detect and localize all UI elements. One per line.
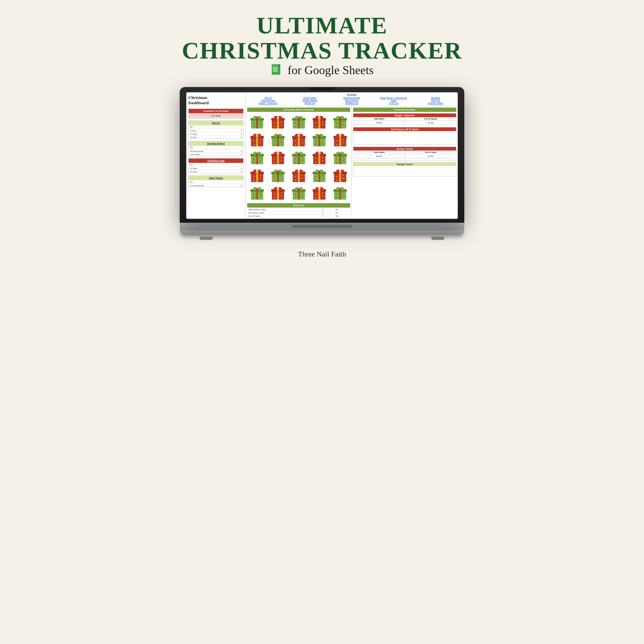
svg-rect-297 xyxy=(339,191,341,200)
svg-point-268 xyxy=(281,196,282,197)
svg-text:7: 7 xyxy=(277,133,279,135)
section-link-giftsreceived[interactable]: Gifts Received xyxy=(248,99,288,102)
svg-rect-21 xyxy=(277,120,279,129)
svg-point-29 xyxy=(274,126,275,127)
svg-point-292 xyxy=(322,196,324,197)
section-link-ordertracker[interactable]: Order Tracker xyxy=(290,97,330,99)
svg-point-291 xyxy=(315,194,317,195)
svg-point-66 xyxy=(343,121,344,122)
svg-point-303 xyxy=(336,194,338,195)
svg-rect-177 xyxy=(339,156,341,164)
svg-point-150 xyxy=(281,157,282,158)
svg-point-221 xyxy=(295,179,296,181)
svg-rect-201 xyxy=(277,173,279,182)
budget-widget: Budget + Expenses Total Spent Left To Sp… xyxy=(353,113,456,125)
section-link-wishlist[interactable]: Wish List xyxy=(415,99,456,102)
svg-point-304 xyxy=(343,196,344,197)
svg-rect-57 xyxy=(339,120,341,129)
laptop-container: Sections Gift List Order Tracker Monthly… xyxy=(180,87,464,240)
section-link-giftlist[interactable]: Gift List xyxy=(248,97,288,99)
svg-point-220 xyxy=(301,178,303,179)
svg-rect-189 xyxy=(256,173,258,182)
svg-rect-81 xyxy=(277,138,279,146)
svg-text:3: 3 xyxy=(298,115,299,117)
gift-list-percent: 0% xyxy=(189,125,243,129)
svg-rect-165 xyxy=(319,156,321,164)
savings-tracker-2-header: Savings Tracker xyxy=(353,162,456,166)
svg-point-245 xyxy=(336,179,338,181)
advent-day-12: 12 xyxy=(268,149,288,166)
section-link-savingstracker[interactable]: Savings Tracker xyxy=(415,102,456,104)
svg-text:13: 13 xyxy=(298,151,300,153)
advent-day-11: 11 xyxy=(247,149,267,166)
svg-point-18 xyxy=(260,121,261,122)
svg-text:10: 10 xyxy=(339,133,342,135)
svg-point-197 xyxy=(253,179,254,181)
svg-point-161 xyxy=(295,162,296,163)
svg-point-246 xyxy=(343,175,344,176)
google-sheets-icon xyxy=(270,64,284,77)
section-link-todolist[interactable]: To Do List xyxy=(373,102,414,104)
svg-point-53 xyxy=(315,126,317,127)
section-link-cards[interactable]: Cards xyxy=(373,99,414,102)
svg-point-90 xyxy=(281,139,282,140)
svg-text:15: 15 xyxy=(339,151,342,153)
svg-text:8: 8 xyxy=(298,133,299,135)
svg-text:12: 12 xyxy=(277,151,279,153)
svg-point-255 xyxy=(253,194,254,195)
left-to-save-value: $ 0.00 xyxy=(405,154,456,158)
todo-week: Week Before Tasks00% xyxy=(247,207,350,211)
svg-point-282 xyxy=(301,192,303,194)
svg-rect-153 xyxy=(298,156,300,164)
sections-bar: Sections Gift List Order Tracker Monthly… xyxy=(246,92,458,106)
svg-point-16 xyxy=(260,124,261,125)
svg-rect-117 xyxy=(339,138,341,146)
laptop-notch xyxy=(309,87,335,90)
section-link-bucketlist[interactable]: Bucket List xyxy=(290,102,330,104)
section-link-weeklyplanner[interactable]: Weekly Planner xyxy=(290,99,330,102)
svg-text:9: 9 xyxy=(319,133,320,135)
svg-point-257 xyxy=(253,197,254,199)
svg-point-234 xyxy=(322,175,324,176)
subtitle-row: for Google Sheets xyxy=(270,63,374,77)
section-link-monthlycal[interactable]: Monthly Calendar xyxy=(332,97,372,99)
section-link-mealplanner[interactable]: Meal Planner + Grocery List xyxy=(373,97,414,99)
svg-point-76 xyxy=(260,142,261,143)
laptop-foot-left xyxy=(200,237,213,240)
middle-col: Christmas Advent Calendar xyxy=(246,106,352,219)
svg-point-196 xyxy=(260,178,261,179)
advent-day-19: 19 xyxy=(309,167,329,184)
svg-point-39 xyxy=(295,122,296,124)
subtitle-text: for Google Sheets xyxy=(288,63,374,77)
svg-text:19: 19 xyxy=(318,169,321,171)
svg-point-270 xyxy=(281,192,282,194)
stocking-header: Stocking Stuffers xyxy=(189,141,243,146)
section-link-budget[interactable]: Budget + Expenses xyxy=(248,102,288,104)
svg-point-159 xyxy=(295,158,296,160)
svg-point-183 xyxy=(336,158,338,160)
advent-day-16: 16 xyxy=(247,167,267,184)
section-link-stockings[interactable]: Stockings xyxy=(415,97,456,99)
svg-point-64 xyxy=(343,124,344,125)
advent-day-1: 1 xyxy=(247,113,267,130)
advent-header: Christmas Advent Calendar xyxy=(247,108,350,112)
laptop-body: Sections Gift List Order Tracker Monthly… xyxy=(180,87,464,223)
dashboard-title: ChristmasDashboard xyxy=(188,95,244,105)
svg-point-306 xyxy=(343,192,344,194)
order-header: Order Tracker xyxy=(189,176,243,180)
svg-point-171 xyxy=(315,158,317,160)
savings-widget: Savings Tracker Total Saved Left To Save… xyxy=(353,147,456,159)
cards-header: Christmas Cards xyxy=(189,159,243,163)
svg-point-232 xyxy=(322,178,324,179)
spending-header: Spending vs Left To Spend xyxy=(353,127,456,131)
svg-point-149 xyxy=(274,162,275,163)
left-to-spend-value: $ 0.00 xyxy=(405,121,456,125)
section-link-shoppinglist[interactable]: Shopping List xyxy=(332,102,372,104)
svg-text:14: 14 xyxy=(318,151,321,153)
svg-point-101 xyxy=(295,144,296,145)
svg-point-147 xyxy=(274,158,275,160)
laptop-base xyxy=(180,223,464,230)
section-link-menuplanner[interactable]: Menu Planner xyxy=(332,99,372,102)
left-to-spend-label: Left To Spend xyxy=(405,117,456,121)
svg-text:17: 17 xyxy=(277,169,279,171)
